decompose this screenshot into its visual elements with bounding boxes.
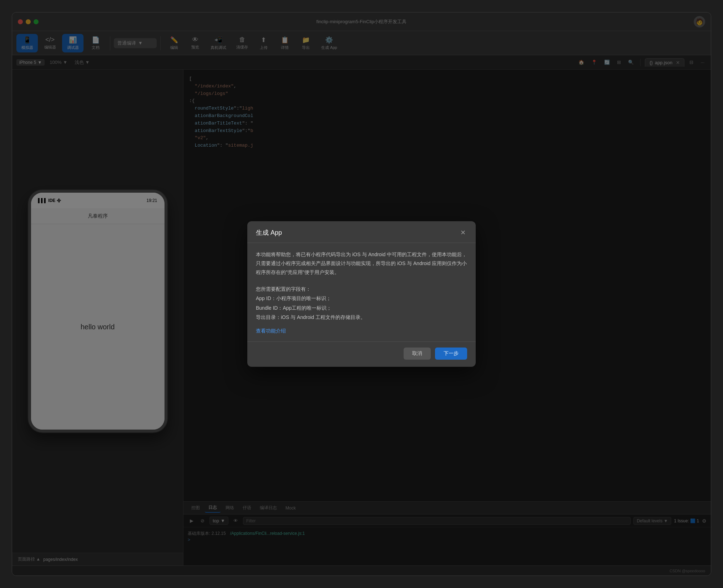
modal-body: 本功能将帮助您，将已有小程序代码导出为 iOS 与 Android 中可用的工程… [247,243,476,341]
modal-fields: 您所需要配置的字段有： App ID：小程序项目的唯一标识； Bundle ID… [256,284,467,322]
next-button[interactable]: 下一步 [435,348,467,360]
modal-dialog: 生成 App ✕ 本功能将帮助您，将已有小程序代码导出为 iOS 与 Andro… [247,221,476,367]
modal-close-button[interactable]: ✕ [459,228,467,237]
fields-label: 您所需要配置的字段有： [256,284,467,294]
bundle-id-label: Bundle ID：App工程的唯一标识； [256,303,467,313]
app-id-label: App ID：小程序项目的唯一标识； [256,294,467,303]
modal-description: 本功能将帮助您，将已有小程序代码导出为 iOS 与 Android 中可用的工程… [256,250,467,277]
modal-footer: 取消 下一步 [247,341,476,367]
export-dir-label: 导出目录：iOS 与 Android 工程文件的存储目录。 [256,313,467,322]
modal-title: 生成 App [256,228,282,237]
modal-overlay[interactable]: 生成 App ✕ 本功能将帮助您，将已有小程序代码导出为 iOS 与 Andro… [12,12,711,576]
feature-intro-link[interactable]: 查看功能介绍 [256,328,286,334]
app-window: finclip-miniprogram5-FinClip小程序开发工具 🧑 📱 … [12,12,711,576]
cancel-button[interactable]: 取消 [404,348,431,360]
modal-header: 生成 App ✕ [247,221,476,243]
